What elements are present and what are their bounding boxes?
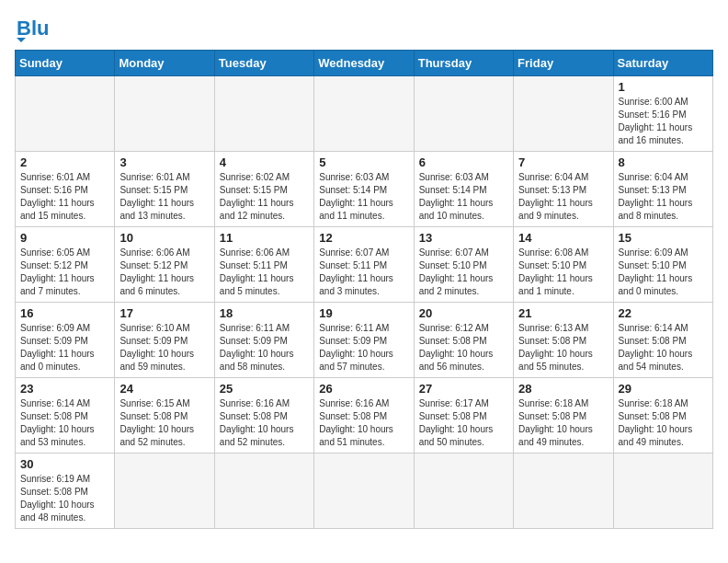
calendar-cell: 17Sunrise: 6:10 AMSunset: 5:09 PMDayligh… (115, 303, 214, 378)
calendar-cell: 4Sunrise: 6:02 AMSunset: 5:15 PMDaylight… (214, 152, 313, 227)
week-row-5: 23Sunrise: 6:14 AMSunset: 5:08 PMDayligh… (16, 378, 713, 454)
day-number: 9 (20, 231, 109, 245)
day-number: 13 (419, 231, 508, 245)
weekday-header-friday: Friday (514, 51, 613, 76)
calendar-cell (115, 76, 214, 152)
day-info: Sunrise: 6:01 AMSunset: 5:15 PMDaylight:… (119, 171, 209, 223)
day-number: 22 (619, 306, 708, 320)
day-info: Sunrise: 6:10 AMSunset: 5:09 PMDaylight:… (119, 322, 209, 373)
calendar-cell (414, 454, 513, 529)
calendar-cell: 15Sunrise: 6:09 AMSunset: 5:10 PMDayligh… (613, 227, 712, 303)
day-info: Sunrise: 6:08 AMSunset: 5:10 PMDaylight:… (518, 247, 608, 298)
calendar-cell: 25Sunrise: 6:16 AMSunset: 5:08 PMDayligh… (214, 378, 313, 454)
day-info: Sunrise: 6:09 AMSunset: 5:10 PMDaylight:… (619, 247, 708, 298)
day-info: Sunrise: 6:02 AMSunset: 5:15 PMDaylight:… (220, 171, 309, 223)
calendar-cell (414, 76, 513, 152)
weekday-header-sunday: Sunday (16, 51, 115, 76)
weekday-header-row: SundayMondayTuesdayWednesdayThursdayFrid… (16, 51, 713, 76)
weekday-header-thursday: Thursday (414, 51, 513, 76)
day-number: 4 (220, 155, 309, 169)
day-number: 6 (419, 155, 508, 169)
day-number: 30 (20, 457, 109, 471)
calendar-cell: 10Sunrise: 6:06 AMSunset: 5:12 PMDayligh… (115, 227, 214, 303)
day-info: Sunrise: 6:11 AMSunset: 5:09 PMDaylight:… (220, 322, 309, 373)
day-info: Sunrise: 6:14 AMSunset: 5:08 PMDaylight:… (619, 322, 708, 373)
day-info: Sunrise: 6:14 AMSunset: 5:08 PMDaylight:… (20, 397, 109, 449)
calendar-cell: 27Sunrise: 6:17 AMSunset: 5:08 PMDayligh… (414, 378, 513, 454)
calendar-cell (314, 76, 414, 152)
day-info: Sunrise: 6:06 AMSunset: 5:12 PMDaylight:… (119, 247, 209, 298)
weekday-header-saturday: Saturday (613, 51, 712, 76)
calendar-cell: 21Sunrise: 6:13 AMSunset: 5:08 PMDayligh… (514, 303, 613, 378)
calendar-cell (16, 76, 115, 152)
svg-text:Blue: Blue (17, 17, 50, 40)
day-info: Sunrise: 6:13 AMSunset: 5:08 PMDaylight:… (518, 322, 608, 373)
calendar-cell: 26Sunrise: 6:16 AMSunset: 5:08 PMDayligh… (314, 378, 414, 454)
calendar-cell: 8Sunrise: 6:04 AMSunset: 5:13 PMDaylight… (613, 152, 712, 227)
day-info: Sunrise: 6:11 AMSunset: 5:09 PMDaylight:… (319, 322, 408, 373)
calendar-cell: 2Sunrise: 6:01 AMSunset: 5:16 PMDaylight… (16, 152, 115, 227)
calendar-cell: 12Sunrise: 6:07 AMSunset: 5:11 PMDayligh… (314, 227, 414, 303)
svg-marker-1 (17, 38, 26, 42)
day-info: Sunrise: 6:09 AMSunset: 5:09 PMDaylight:… (20, 322, 109, 373)
day-info: Sunrise: 6:07 AMSunset: 5:10 PMDaylight:… (419, 247, 508, 298)
day-number: 17 (119, 306, 209, 320)
day-number: 19 (319, 306, 408, 320)
calendar-cell: 16Sunrise: 6:09 AMSunset: 5:09 PMDayligh… (16, 303, 115, 378)
day-number: 8 (619, 155, 708, 169)
calendar-cell (314, 454, 414, 529)
calendar-cell (514, 454, 613, 529)
calendar-cell: 6Sunrise: 6:03 AMSunset: 5:14 PMDaylight… (414, 152, 513, 227)
day-number: 2 (20, 155, 109, 169)
calendar-cell (514, 76, 613, 152)
week-row-1: 1Sunrise: 6:00 AMSunset: 5:16 PMDaylight… (16, 76, 713, 152)
day-info: Sunrise: 6:19 AMSunset: 5:08 PMDaylight:… (20, 473, 109, 524)
week-row-3: 9Sunrise: 6:05 AMSunset: 5:12 PMDaylight… (16, 227, 713, 303)
week-row-2: 2Sunrise: 6:01 AMSunset: 5:16 PMDaylight… (16, 152, 713, 227)
day-number: 25 (220, 382, 309, 396)
logo-blue-part: Blue (17, 15, 50, 42)
weekday-header-tuesday: Tuesday (214, 51, 313, 76)
day-info: Sunrise: 6:00 AMSunset: 5:16 PMDaylight:… (619, 96, 708, 147)
day-number: 29 (619, 382, 708, 396)
day-info: Sunrise: 6:15 AMSunset: 5:08 PMDaylight:… (119, 397, 209, 449)
calendar-cell: 5Sunrise: 6:03 AMSunset: 5:14 PMDaylight… (314, 152, 414, 227)
calendar-table: SundayMondayTuesdayWednesdayThursdayFrid… (15, 50, 713, 529)
day-number: 21 (518, 306, 608, 320)
day-info: Sunrise: 6:12 AMSunset: 5:08 PMDaylight:… (419, 322, 508, 373)
day-info: Sunrise: 6:03 AMSunset: 5:14 PMDaylight:… (319, 171, 408, 223)
calendar-cell: 1Sunrise: 6:00 AMSunset: 5:16 PMDaylight… (613, 76, 712, 152)
calendar-cell: 9Sunrise: 6:05 AMSunset: 5:12 PMDaylight… (16, 227, 115, 303)
weekday-header-monday: Monday (115, 51, 214, 76)
week-row-6: 30Sunrise: 6:19 AMSunset: 5:08 PMDayligh… (16, 454, 713, 529)
day-number: 11 (220, 231, 309, 245)
weekday-header-wednesday: Wednesday (314, 51, 414, 76)
logo: Blue (15, 15, 50, 42)
day-number: 14 (518, 231, 608, 245)
day-number: 28 (518, 382, 608, 396)
calendar-cell: 30Sunrise: 6:19 AMSunset: 5:08 PMDayligh… (16, 454, 115, 529)
calendar-cell (214, 454, 313, 529)
day-number: 3 (119, 155, 209, 169)
day-number: 23 (20, 382, 109, 396)
logo-bird-icon: Blue (17, 15, 50, 42)
calendar-cell: 14Sunrise: 6:08 AMSunset: 5:10 PMDayligh… (514, 227, 613, 303)
day-info: Sunrise: 6:01 AMSunset: 5:16 PMDaylight:… (20, 171, 109, 223)
calendar-cell: 7Sunrise: 6:04 AMSunset: 5:13 PMDaylight… (514, 152, 613, 227)
calendar-cell: 19Sunrise: 6:11 AMSunset: 5:09 PMDayligh… (314, 303, 414, 378)
day-number: 12 (319, 231, 408, 245)
day-number: 27 (419, 382, 508, 396)
day-number: 20 (419, 306, 508, 320)
day-number: 7 (518, 155, 608, 169)
day-number: 10 (119, 231, 209, 245)
calendar-cell (613, 454, 712, 529)
header: Blue (15, 15, 713, 42)
day-number: 1 (619, 80, 708, 94)
calendar-cell: 22Sunrise: 6:14 AMSunset: 5:08 PMDayligh… (613, 303, 712, 378)
day-number: 15 (619, 231, 708, 245)
day-info: Sunrise: 6:16 AMSunset: 5:08 PMDaylight:… (220, 397, 309, 449)
calendar-cell: 28Sunrise: 6:18 AMSunset: 5:08 PMDayligh… (514, 378, 613, 454)
calendar-cell: 29Sunrise: 6:18 AMSunset: 5:08 PMDayligh… (613, 378, 712, 454)
day-info: Sunrise: 6:07 AMSunset: 5:11 PMDaylight:… (319, 247, 408, 298)
day-info: Sunrise: 6:18 AMSunset: 5:08 PMDaylight:… (518, 397, 608, 449)
